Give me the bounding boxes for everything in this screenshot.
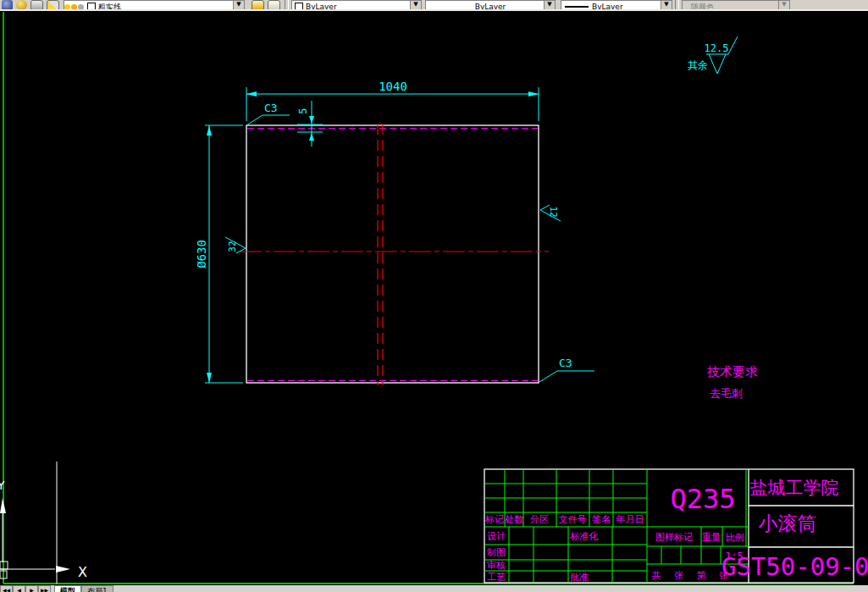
standardization-label: 标准化 — [570, 531, 599, 542]
roughness-right-value: 12 — [548, 206, 559, 217]
material-value: Q235 — [670, 483, 735, 515]
tech-requirements-title: 技术要求 — [707, 364, 758, 379]
header-zone: 分区 — [530, 514, 549, 525]
row-process-label: 工艺 — [487, 572, 506, 583]
hidden-lines — [247, 129, 538, 381]
chamfer-callout-bottom[interactable]: C3 — [539, 357, 594, 382]
chamfer-bottom-value: C3 — [559, 357, 572, 369]
roughness-symbol-left[interactable]: 32 — [225, 237, 246, 253]
roughness-symbol-right[interactable]: 12 — [540, 205, 561, 221]
row-draw-label: 制图 — [487, 547, 506, 558]
drawing-canvas[interactable]: 1040 Ø630 5 C3 C3 — [0, 0, 868, 592]
tab-model[interactable]: 模型 — [54, 585, 81, 592]
header-docno: 文件号 — [559, 514, 587, 525]
ucs-y-label: Y — [0, 479, 5, 492]
title-block: 标记 处数 分区 文件号 签名 年月日 设计 制图 审核 工艺 标准化 批准 Q… — [484, 469, 868, 583]
company-name: 盐城工学院 — [750, 478, 839, 498]
first-tab-button[interactable]: ◀◀ — [0, 585, 13, 592]
tech-requirements-item: 去毛刺 — [710, 387, 743, 400]
header-sign: 签名 — [592, 514, 611, 525]
dimension-length[interactable]: 1040 — [246, 80, 539, 121]
header-date: 年月日 — [616, 514, 644, 525]
title-block-texts: 标记 处数 分区 文件号 签名 年月日 设计 制图 审核 工艺 标准化 批准 Q… — [484, 478, 868, 583]
chamfer-callout-top[interactable]: C3 — [246, 102, 290, 125]
row-check-label: 审核 — [487, 560, 506, 571]
part-name: 小滚筒 — [759, 512, 817, 534]
header-mark: 标记 — [484, 514, 504, 525]
approve-label: 批准 — [570, 572, 589, 583]
ucs-x-label: X — [78, 564, 87, 580]
header-count: 处数 — [505, 514, 523, 525]
dimension-thickness-value: 5 — [297, 108, 309, 113]
roughness-left-value: 32 — [227, 241, 238, 252]
dimension-length-value: 1040 — [379, 80, 407, 93]
dimension-diameter[interactable]: Ø630 — [195, 125, 243, 383]
tab-layout1[interactable]: 布局1 — [81, 585, 113, 592]
drawing-mark-label: 图样标记 — [655, 532, 693, 543]
drawing-number: GST50-09-05 — [721, 552, 868, 581]
weld-seam-centerlines — [378, 124, 383, 385]
roughness-general-note[interactable]: 其余 12.5 — [688, 36, 738, 74]
ucs-icon: Y X — [0, 462, 87, 584]
roughness-general-prefix: 其余 — [688, 59, 708, 71]
technical-requirements: 技术要求 去毛刺 — [707, 364, 758, 400]
prev-tab-button[interactable]: ◀ — [13, 585, 25, 592]
dimension-thickness[interactable]: 5 — [297, 101, 323, 147]
dimension-diameter-value: Ø630 — [195, 240, 208, 268]
last-tab-button[interactable]: ▶▶ — [38, 585, 51, 592]
next-tab-button[interactable]: ▶ — [25, 585, 38, 592]
cad-application-window: 粗实线 ▼ ByLayer ▼ ByLayer ▼ ByLayer ▼ 随颜色 … — [0, 0, 868, 592]
row-design-label: 设计 — [487, 531, 506, 542]
scale-label: 比例 — [726, 532, 744, 543]
weight-label: 重量 — [702, 532, 721, 543]
chamfer-top-value: C3 — [264, 102, 278, 114]
part-outline[interactable] — [240, 124, 549, 385]
roughness-general-value: 12.5 — [705, 42, 729, 54]
layout-tab-strip: ◀◀ ◀ ▶ ▶▶ 模型 布局1 — [0, 585, 868, 592]
